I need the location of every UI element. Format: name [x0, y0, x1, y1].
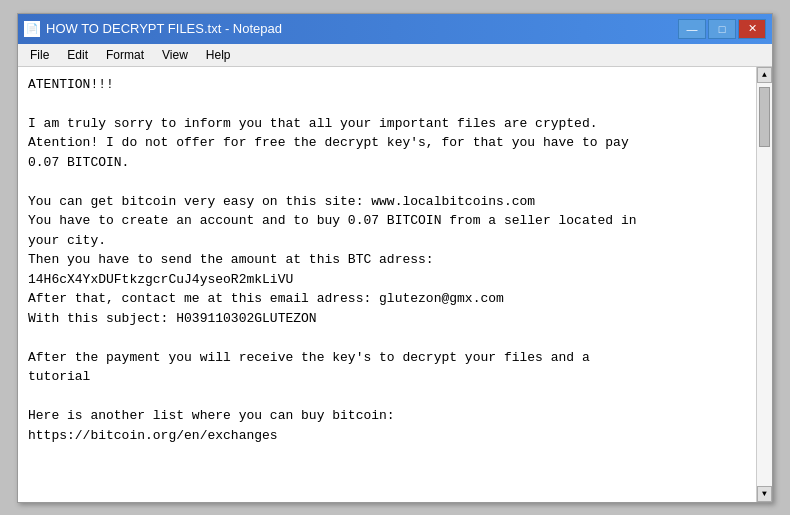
close-button[interactable]: ✕	[738, 19, 766, 39]
window-title: HOW TO DECRYPT FILES.txt - Notepad	[46, 21, 282, 36]
menu-item-view[interactable]: View	[154, 46, 196, 64]
menu-bar: FileEditFormatViewHelp	[18, 44, 772, 67]
title-bar-left: 📄 HOW TO DECRYPT FILES.txt - Notepad	[24, 21, 282, 37]
text-editor[interactable]: ATENTION!!! I am truly sorry to inform y…	[18, 67, 756, 502]
minimize-button[interactable]: —	[678, 19, 706, 39]
scroll-up-button[interactable]: ▲	[757, 67, 772, 83]
notepad-window: 📄 HOW TO DECRYPT FILES.txt - Notepad — □…	[17, 13, 773, 503]
title-bar: 📄 HOW TO DECRYPT FILES.txt - Notepad — □…	[18, 14, 772, 44]
menu-item-edit[interactable]: Edit	[59, 46, 96, 64]
app-icon: 📄	[24, 21, 40, 37]
menu-item-help[interactable]: Help	[198, 46, 239, 64]
scroll-down-button[interactable]: ▼	[757, 486, 772, 502]
content-area: ATENTION!!! I am truly sorry to inform y…	[18, 67, 772, 502]
vertical-scrollbar[interactable]: ▲ ▼	[756, 67, 772, 502]
window-controls: — □ ✕	[678, 19, 766, 39]
scrollbar-track[interactable]	[757, 83, 772, 486]
menu-item-file[interactable]: File	[22, 46, 57, 64]
maximize-button[interactable]: □	[708, 19, 736, 39]
scrollbar-thumb[interactable]	[759, 87, 770, 147]
menu-item-format[interactable]: Format	[98, 46, 152, 64]
